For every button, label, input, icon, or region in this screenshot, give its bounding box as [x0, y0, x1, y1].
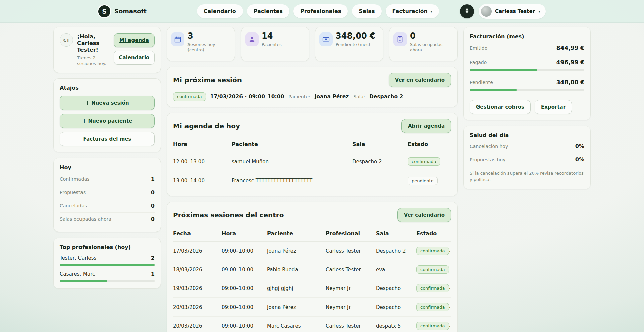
billing-card: Facturación (mes) Emitido 844,99 € Pagad… — [463, 27, 591, 120]
agenda-table-header: Hora Paciente Sala Estado — [173, 136, 451, 152]
month-invoices-button[interactable]: Facturas del mes — [60, 132, 155, 146]
professional-row: Casares, Marc 1 — [60, 271, 155, 282]
top-navigation-bar: S Somasoft Calendario Pacientes Profesio… — [0, 0, 644, 23]
status-badge: confirmada — [408, 157, 440, 166]
status-badge: confirmada — [416, 247, 449, 255]
today-row-confirmadas: Confirmadas 1 — [60, 173, 155, 186]
plug-icon — [464, 8, 470, 15]
money-icon — [319, 32, 333, 46]
nav-facturacion-label: Facturación — [392, 8, 428, 14]
right-sidebar: Facturación (mes) Emitido 844,99 € Pagad… — [463, 27, 591, 189]
next-session-datetime: 17/03/2026 · 09:00–10:00 — [210, 94, 284, 100]
manage-collections-button[interactable]: Gestionar cobros — [470, 100, 531, 114]
professional-row: Tester, Carless 2 — [60, 255, 155, 266]
mi-agenda-button[interactable]: Mi agenda — [114, 33, 155, 47]
upcoming-title: Próximas sesiones del centro — [173, 211, 284, 219]
greeting-subtitle: Tienes 2 sesiones hoy. — [77, 55, 110, 67]
session-row: 19/03/2026 09:00–10:00 gjhgj gjghj Neyma… — [173, 279, 451, 298]
top-professionals-title: Top profesionales (hoy) — [60, 244, 155, 250]
status-badge: confirmada — [416, 265, 449, 274]
health-row-cancelacion: Cancelación hoy 0% — [470, 140, 584, 153]
building-icon — [393, 32, 407, 46]
agenda-table: Hora Paciente Sala Estado 12:00–13:00 sa… — [173, 136, 451, 190]
nav-facturacion-dropdown[interactable]: Facturación ▾ — [386, 4, 439, 18]
day-health-title: Salud del día — [470, 132, 584, 138]
chevron-down-icon: ▾ — [430, 9, 432, 14]
stat-occupied-rooms: 0 Salas ocupadas ahora — [389, 27, 458, 61]
patient-icon — [245, 32, 259, 46]
shortcuts-title: Atajos — [60, 85, 155, 91]
billing-emitido: Emitido 844,99 € — [470, 41, 584, 55]
user-name: Carless Tester — [495, 8, 535, 14]
new-session-button[interactable]: + Nueva sesión — [60, 96, 155, 110]
status-badge: confirmada — [416, 322, 449, 330]
session-row: 18/03/2026 09:00–10:00 Pablo Rueda Carle… — [173, 260, 451, 279]
open-agenda-button[interactable]: Abrir agenda — [401, 119, 451, 133]
today-row-canceladas: Canceladas 0 — [60, 199, 155, 212]
stat-sessions-today: 3 Sesiones hoy (centro) — [167, 27, 235, 61]
session-row: 20/03/2026 09:00–10:00 Joana Pérez Neyma… — [173, 298, 451, 317]
main-content: 3 Sesiones hoy (centro) 14 Pacientes 3 — [167, 27, 458, 332]
brand-name: Somasoft — [114, 8, 147, 15]
user-initials-avatar: CT — [60, 33, 73, 47]
today-row-propuestas: Propuestas 0 — [60, 186, 155, 199]
status-badge: confirmada — [173, 92, 206, 101]
pending-progress-bar — [470, 89, 584, 91]
status-badge: confirmada — [416, 284, 449, 292]
today-row-salas: Salas ocupadas ahora 0 — [60, 212, 155, 226]
billing-title: Facturación (mes) — [470, 33, 584, 40]
professional-progress-bar — [60, 264, 155, 266]
new-patient-button[interactable]: + Nuevo paciente — [60, 114, 155, 128]
user-menu[interactable]: Carless Tester ▾ — [479, 4, 546, 19]
professional-progress-bar — [60, 280, 155, 282]
today-agenda-card: Mi agenda de hoy Abrir agenda Hora Pacie… — [167, 113, 458, 196]
next-session-title: Mi próxima sesión — [173, 76, 242, 84]
user-avatar — [481, 6, 492, 17]
next-session-card: Mi próxima sesión Ver en calendario conf… — [167, 67, 458, 107]
stats-row: 3 Sesiones hoy (centro) 14 Pacientes 3 — [167, 27, 458, 61]
agenda-row: 12:00–13:00 samuel Muñon Despacho 2 conf… — [173, 152, 451, 171]
export-button[interactable]: Exportar — [535, 100, 572, 114]
day-health-card: Salud del día Cancelación hoy 0% Propues… — [463, 126, 591, 189]
agenda-title: Mi agenda de hoy — [173, 122, 240, 130]
agenda-row: 13:00–14:00 Francesc TTTTTTTTTTTTTTTTTTT… — [173, 171, 451, 190]
main-nav: Calendario Pacientes Profesionales Salas… — [197, 4, 439, 18]
left-sidebar: CT ¡Hola, Carless Tester! Tienes 2 sesio… — [53, 27, 161, 289]
nav-calendario[interactable]: Calendario — [197, 4, 243, 18]
nav-pacientes[interactable]: Pacientes — [247, 4, 289, 18]
nav-salas[interactable]: Salas — [352, 4, 381, 18]
upcoming-sessions-card: Próximas sesiones del centro Ver calenda… — [167, 202, 458, 332]
today-summary-card: Hoy Confirmadas 1 Propuestas 0 Cancelada… — [53, 158, 161, 232]
billing-pendiente: Pendiente 348,00 € — [470, 75, 584, 95]
health-note: Si la cancelación supera el 20% revisa r… — [470, 170, 584, 183]
upcoming-table: Fecha Hora Paciente Profesional Sala Est… — [173, 225, 451, 332]
somasoft-logo-icon: S — [98, 5, 110, 17]
brand-home-link[interactable]: S Somasoft — [98, 5, 147, 17]
session-row: 17/03/2026 09:00–10:00 Joana Pérez Carle… — [173, 242, 451, 260]
plug-button[interactable] — [460, 4, 474, 18]
shortcuts-card: Atajos + Nueva sesión + Nuevo paciente F… — [53, 78, 161, 152]
status-badge: confirmada — [416, 303, 449, 311]
top-professionals-card: Top profesionales (hoy) Tester, Carless … — [53, 238, 161, 289]
view-in-calendar-button[interactable]: Ver en calendario — [389, 73, 451, 87]
next-session-room: Despacho 2 — [369, 94, 403, 100]
nav-profesionales[interactable]: Profesionales — [293, 4, 348, 18]
calendario-button[interactable]: Calendario — [114, 51, 155, 65]
stat-patients: 14 Pacientes — [241, 27, 309, 61]
stat-pending-amount: 348,00 € Pendiente (mes) — [315, 27, 383, 61]
status-badge: pendiente — [408, 177, 438, 185]
greeting-title: ¡Hola, Carless Tester! — [77, 33, 110, 53]
calendar-icon — [171, 32, 184, 46]
health-row-propuestas: Propuestas hoy 0% — [470, 153, 584, 166]
view-calendar-button[interactable]: Ver calendario — [397, 208, 451, 222]
session-row: 20/03/2026 09:00–10:00 Marc Casares Carl… — [173, 317, 451, 332]
next-session-patient: Joana Pérez — [315, 94, 349, 100]
billing-pagado: Pagado 496,99 € — [470, 55, 584, 75]
today-title: Hoy — [60, 164, 155, 171]
upcoming-table-header: Fecha Hora Paciente Profesional Sala Est… — [173, 225, 451, 242]
chevron-down-icon: ▾ — [538, 9, 540, 14]
greeting-card: CT ¡Hola, Carless Tester! Tienes 2 sesio… — [53, 27, 161, 73]
dashboard: CT ¡Hola, Carless Tester! Tienes 2 sesio… — [53, 27, 591, 332]
paid-progress-bar — [470, 69, 584, 71]
